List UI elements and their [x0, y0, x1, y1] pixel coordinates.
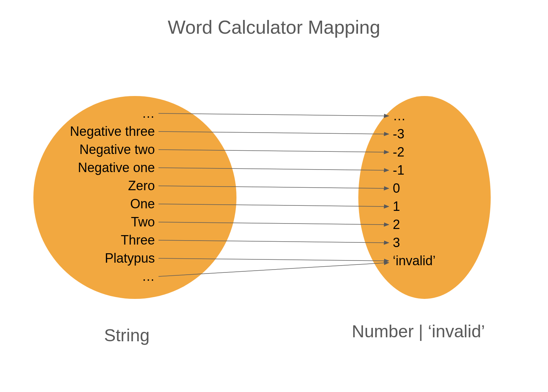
codomain-item-2: 2: [393, 216, 436, 234]
domain-item-ellipsis-bottom: …: [33, 267, 155, 285]
codomain-item-3: 3: [393, 234, 436, 252]
diagram-title: Word Calculator Mapping: [0, 16, 548, 38]
codomain-item-invalid: ‘invalid’: [393, 252, 436, 270]
domain-item-negative-three: Negative three: [33, 122, 155, 141]
codomain-item-ellipsis-top: …: [393, 107, 436, 125]
domain-item-one: One: [33, 195, 155, 213]
domain-item-negative-two: Negative two: [33, 141, 155, 159]
domain-label: String: [104, 325, 149, 345]
codomain-item-0: 0: [393, 179, 436, 197]
domain-item-two: Two: [33, 213, 155, 231]
domain-items: … Negative three Negative two Negative o…: [33, 104, 155, 285]
domain-item-zero: Zero: [33, 177, 155, 195]
domain-item-ellipsis-top: …: [33, 104, 155, 122]
domain-item-three: Three: [33, 231, 155, 249]
codomain-item-neg2: -2: [393, 143, 436, 161]
codomain-item-neg3: -3: [393, 125, 436, 143]
domain-item-negative-one: Negative one: [33, 159, 155, 177]
codomain-label: Number | ‘invalid’: [352, 321, 485, 341]
codomain-items: … -3 -2 -1 0 1 2 3 ‘invalid’: [393, 107, 436, 270]
codomain-item-1: 1: [393, 197, 436, 216]
domain-item-platypus: Platypus: [33, 249, 155, 267]
codomain-item-neg1: -1: [393, 161, 436, 179]
